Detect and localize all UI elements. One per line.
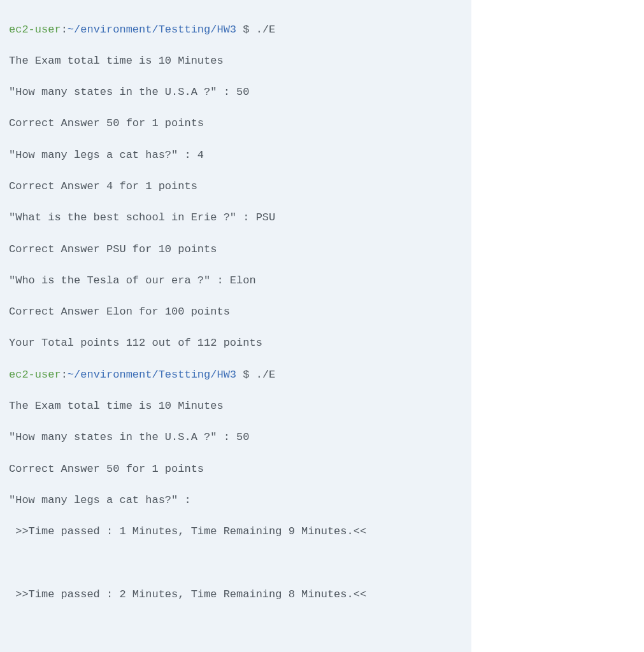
prompt-path: ~/environment/Testting/HW3 — [68, 24, 236, 36]
output-line: "How many legs a cat has?" : 4 — [9, 148, 462, 164]
time-tick: >>Time passed : 2 Minutes, Time Remainin… — [9, 587, 462, 603]
prompt-user: ec2-user — [9, 24, 61, 36]
output-line: "How many legs a cat has?" : — [9, 493, 462, 509]
time-tick: >>Time passed : 1 Minutes, Time Remainin… — [9, 524, 462, 540]
prompt-user: ec2-user — [9, 369, 61, 381]
prompt-sep: : — [61, 369, 68, 381]
blank-line — [9, 618, 462, 634]
prompt-dollar: $ — [236, 369, 256, 381]
output-line: Correct Answer Elon for 100 points — [9, 304, 462, 320]
prompt-dollar: $ — [236, 24, 256, 36]
prompt-sep: : — [61, 24, 68, 36]
output-line: The Exam total time is 10 Minutes — [9, 399, 462, 415]
output-line: Correct Answer 50 for 1 points — [9, 116, 462, 132]
output-line: Your Total points 112 out of 112 points — [9, 336, 462, 351]
output-line: The Exam total time is 10 Minutes — [9, 53, 462, 69]
output-line: "How many states in the U.S.A ?" : 50 — [9, 85, 462, 101]
prompt-line-1: ec2-user:~/environment/Testting/HW3 $ ./… — [9, 22, 462, 38]
prompt-cmd: ./E — [256, 369, 276, 381]
output-line: Correct Answer 50 for 1 points — [9, 462, 462, 478]
prompt-path: ~/environment/Testting/HW3 — [68, 369, 236, 381]
terminal-output: ec2-user:~/environment/Testting/HW3 $ ./… — [0, 0, 471, 652]
output-line: "How many states in the U.S.A ?" : 50 — [9, 430, 462, 446]
output-line: "Who is the Tesla of our era ?" : Elon — [9, 273, 462, 289]
prompt-line-2: ec2-user:~/environment/Testting/HW3 $ ./… — [9, 367, 462, 383]
blank-line — [9, 555, 462, 571]
output-line: "What is the best school in Erie ?" : PS… — [9, 210, 462, 226]
output-line: Correct Answer 4 for 1 points — [9, 179, 462, 195]
time-tick: >>Time passed : 3 Minutes, Time Remainin… — [9, 649, 462, 652]
prompt-cmd: ./E — [256, 24, 276, 36]
output-line: Correct Answer PSU for 10 points — [9, 242, 462, 258]
